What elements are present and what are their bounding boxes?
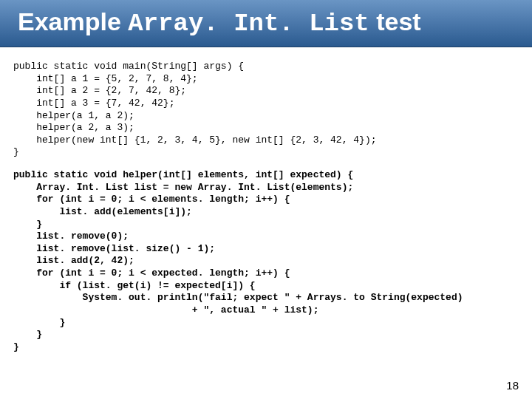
page-number: 18 [506, 379, 519, 392]
title-part-3: test [369, 7, 421, 35]
code-block-helper: public static void helper(int[] elements… [13, 169, 517, 353]
code-block-main: public static void main(String[] args) {… [13, 61, 517, 159]
title-part-1: Example [18, 7, 128, 35]
title-part-2-mono: Array. Int. List [128, 10, 369, 38]
slide-content: public static void main(String[] args) {… [0, 47, 532, 361]
slide-title-bar: Example Array. Int. List test [0, 0, 532, 47]
